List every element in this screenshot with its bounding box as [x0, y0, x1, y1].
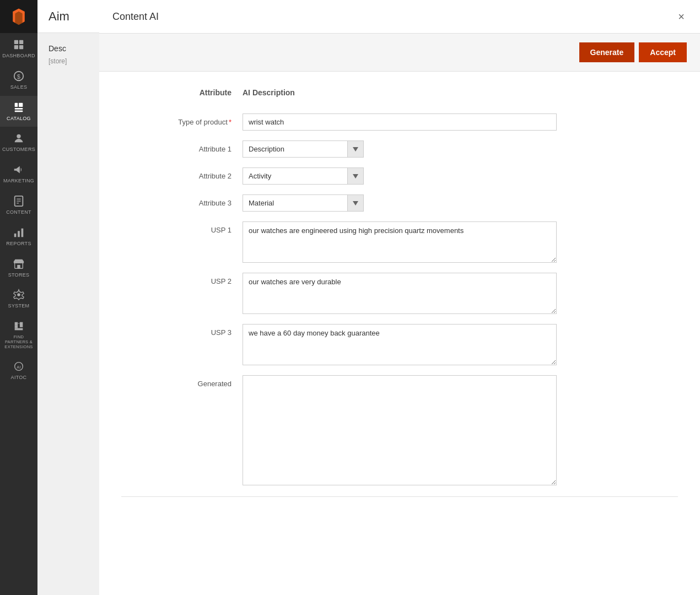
svg-point-10: [17, 134, 20, 138]
sidebar-item-customers-label: Customers: [2, 147, 35, 153]
modal-header: Content AI ×: [99, 0, 700, 34]
dollar-icon: $: [13, 70, 25, 82]
accept-button[interactable]: Accept: [639, 42, 687, 62]
svg-rect-22: [20, 322, 23, 327]
system-icon: [13, 289, 25, 301]
customers-icon: [13, 132, 25, 144]
type-of-product-input[interactable]: [243, 113, 557, 131]
type-of-product-label: Type of product*: [121, 113, 231, 126]
modal-footer-divider: [121, 496, 678, 497]
sidebar-item-reports-label: Reports: [6, 241, 31, 247]
reports-icon: [13, 226, 25, 239]
extensions-icon: [13, 320, 25, 332]
dashboard-icon: [13, 39, 25, 51]
sidebar-item-content[interactable]: Content: [0, 190, 37, 221]
modal-body: Attribute AI Description Type of product…: [99, 72, 700, 595]
sidebar-item-marketing-label: Marketing: [3, 178, 34, 184]
attribute3-select-wrapper: Material Color Size Brand Activity: [243, 194, 364, 212]
sidebar-item-stores-label: Stores: [8, 272, 30, 278]
usp2-label: USP 2: [121, 273, 231, 285]
attribute2-label: Attribute 2: [121, 167, 231, 180]
attribute1-select[interactable]: Description Short Description Meta Title…: [243, 140, 364, 158]
attribute1-label: Attribute 1: [121, 140, 231, 153]
svg-point-20: [17, 294, 20, 297]
attribute2-select-wrapper: Activity Color Size Brand Material: [243, 167, 364, 185]
form-row-type-of-product: Type of product*: [121, 113, 678, 131]
usp3-textarea[interactable]: we have a 60 day money back guarantee: [243, 324, 557, 365]
svg-rect-19: [17, 264, 20, 268]
svg-rect-7: [19, 102, 23, 106]
generated-textarea[interactable]: [243, 375, 557, 485]
form-row-usp3: USP 3 we have a 60 day money back guaran…: [121, 324, 678, 365]
form-row-usp1: USP 1 our watches are engineered using h…: [121, 221, 678, 263]
sidebar-item-aitoc-label: AITOC: [11, 375, 27, 381]
sidebar-item-find-partners[interactable]: Find Partners & Extensions: [0, 315, 37, 355]
form-row-attribute3: Attribute 3 Material Color Size Brand Ac…: [121, 194, 678, 212]
generate-button[interactable]: Generate: [579, 42, 635, 62]
sidebar-item-dashboard[interactable]: Dashboard: [0, 33, 37, 64]
sidebar-item-catalog[interactable]: Catalog: [0, 96, 37, 127]
svg-rect-1: [19, 40, 23, 44]
content-icon: [13, 195, 25, 207]
usp1-textarea[interactable]: our watches are engineered using high pr…: [243, 221, 557, 263]
usp3-label: USP 3: [121, 324, 231, 337]
sidebar-item-system[interactable]: System: [0, 283, 37, 315]
main-area: Aim Desc [store] Content AI × Generate A…: [37, 0, 700, 595]
sidebar-item-marketing[interactable]: Marketing: [0, 158, 37, 190]
attribute3-select[interactable]: Material Color Size Brand Activity: [243, 194, 364, 212]
sidebar-item-aitoc[interactable]: AI AITOC: [0, 355, 37, 386]
attribute3-label: Attribute 3: [121, 194, 231, 207]
sidebar: Dashboard $ Sales Catalog Customers Mark…: [0, 0, 37, 595]
sidebar-item-sales-label: Sales: [10, 84, 28, 90]
form-row-attribute2: Attribute 2 Activity Color Size Brand Ma…: [121, 167, 678, 185]
usp2-textarea[interactable]: our watches are very durable: [243, 273, 557, 314]
content-ai-modal: Content AI × Generate Accept Attribute A…: [99, 0, 700, 595]
megaphone-icon: [13, 164, 25, 176]
svg-rect-17: [21, 228, 24, 237]
svg-rect-23: [15, 328, 23, 331]
aitoc-icon: AI: [13, 360, 25, 372]
sidebar-item-customers[interactable]: Customers: [0, 127, 37, 158]
sidebar-logo[interactable]: [0, 0, 37, 33]
usp1-label: USP 1: [121, 221, 231, 234]
svg-rect-8: [15, 108, 23, 110]
svg-text:AI: AI: [17, 365, 20, 370]
form-row-attribute1: Attribute 1 Description Short Descriptio…: [121, 140, 678, 158]
attribute2-select[interactable]: Activity Color Size Brand Material: [243, 167, 364, 185]
svg-rect-3: [19, 45, 23, 49]
svg-rect-15: [14, 234, 17, 237]
form-header-row: Attribute AI Description: [121, 88, 678, 102]
sidebar-item-sales[interactable]: $ Sales: [0, 64, 37, 96]
svg-rect-0: [14, 40, 18, 44]
modal-title: Content AI: [112, 11, 159, 23]
sidebar-item-catalog-label: Catalog: [7, 116, 31, 122]
svg-rect-16: [18, 231, 20, 237]
sidebar-item-find-partners-label: Find Partners & Extensions: [2, 334, 35, 349]
form-table: Attribute AI Description Type of product…: [121, 88, 678, 497]
form-row-usp2: USP 2 our watches are very durable: [121, 273, 678, 314]
svg-text:$: $: [17, 73, 20, 79]
attribute1-select-wrapper: Description Short Description Meta Title…: [243, 140, 364, 158]
sidebar-item-content-label: Content: [6, 209, 31, 215]
sidebar-item-stores[interactable]: Stores: [0, 252, 37, 284]
modal-toolbar: Generate Accept: [99, 34, 700, 72]
svg-rect-9: [15, 110, 23, 112]
sidebar-item-dashboard-label: Dashboard: [2, 53, 35, 59]
svg-rect-6: [15, 102, 18, 106]
magento-logo-icon: [9, 7, 29, 26]
svg-rect-21: [15, 325, 18, 328]
form-header-description: AI Description: [243, 88, 678, 97]
generated-label: Generated: [121, 375, 231, 388]
catalog-icon: [13, 101, 25, 113]
stores-icon: [13, 258, 25, 270]
page-title: Aim: [49, 9, 69, 24]
svg-rect-2: [14, 45, 18, 49]
form-row-generated: Generated: [121, 375, 678, 485]
sidebar-item-system-label: System: [8, 303, 30, 309]
form-header-attribute: Attribute: [121, 88, 231, 97]
modal-close-button[interactable]: ×: [676, 9, 687, 24]
sidebar-item-reports[interactable]: Reports: [0, 221, 37, 252]
